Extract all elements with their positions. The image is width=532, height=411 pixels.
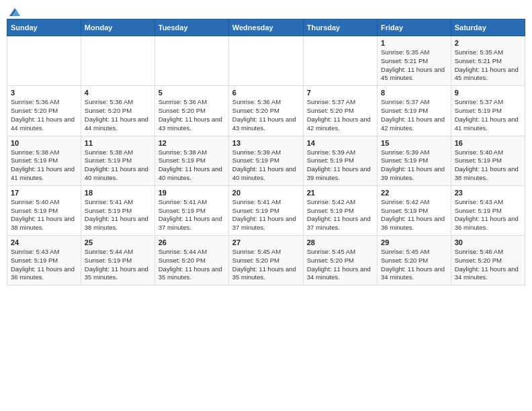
calendar-cell: 30Sunrise: 5:46 AM Sunset: 5:20 PM Dayli… — [451, 236, 525, 285]
day-info: Sunrise: 5:40 AM Sunset: 5:19 PM Dayligh… — [455, 148, 521, 183]
day-number: 21 — [307, 189, 373, 197]
day-number: 10 — [11, 139, 77, 147]
calendar-cell — [303, 36, 377, 86]
day-number: 17 — [11, 189, 77, 197]
day-info: Sunrise: 5:45 AM Sunset: 5:20 PM Dayligh… — [307, 248, 373, 282]
calendar-cell — [7, 36, 81, 86]
calendar-cell: 29Sunrise: 5:45 AM Sunset: 5:20 PM Dayli… — [378, 236, 451, 285]
day-number: 23 — [455, 189, 521, 197]
day-number: 13 — [232, 139, 300, 147]
day-info: Sunrise: 5:41 AM Sunset: 5:19 PM Dayligh… — [159, 198, 225, 232]
calendar-cell: 20Sunrise: 5:41 AM Sunset: 5:19 PM Dayli… — [228, 185, 303, 235]
calendar-cell: 27Sunrise: 5:45 AM Sunset: 5:20 PM Dayli… — [228, 236, 303, 285]
calendar-cell: 19Sunrise: 5:41 AM Sunset: 5:19 PM Dayli… — [154, 185, 228, 235]
day-number: 26 — [159, 238, 225, 246]
day-number: 4 — [85, 89, 151, 97]
day-info: Sunrise: 5:36 AM Sunset: 5:20 PM Dayligh… — [11, 98, 77, 132]
day-info: Sunrise: 5:36 AM Sunset: 5:20 PM Dayligh… — [232, 98, 300, 132]
calendar-week-row: 24Sunrise: 5:43 AM Sunset: 5:19 PM Dayli… — [7, 236, 525, 285]
day-info: Sunrise: 5:36 AM Sunset: 5:20 PM Dayligh… — [85, 98, 151, 132]
weekday-header-saturday: Saturday — [451, 19, 525, 36]
day-number: 20 — [232, 189, 300, 197]
calendar-cell: 3Sunrise: 5:36 AM Sunset: 5:20 PM Daylig… — [7, 86, 81, 136]
day-number: 14 — [307, 139, 373, 147]
calendar-cell: 22Sunrise: 5:42 AM Sunset: 5:19 PM Dayli… — [378, 185, 451, 235]
calendar-cell: 5Sunrise: 5:36 AM Sunset: 5:20 PM Daylig… — [154, 86, 228, 136]
calendar-week-row: 17Sunrise: 5:40 AM Sunset: 5:19 PM Dayli… — [7, 185, 525, 235]
day-number: 22 — [381, 189, 447, 197]
day-info: Sunrise: 5:40 AM Sunset: 5:19 PM Dayligh… — [11, 198, 77, 232]
day-number: 2 — [455, 39, 521, 47]
calendar-week-row: 3Sunrise: 5:36 AM Sunset: 5:20 PM Daylig… — [7, 86, 525, 136]
day-number: 7 — [307, 89, 373, 97]
calendar-cell: 2Sunrise: 5:35 AM Sunset: 5:21 PM Daylig… — [451, 36, 525, 86]
calendar-cell: 1Sunrise: 5:35 AM Sunset: 5:21 PM Daylig… — [378, 36, 451, 86]
weekday-header-thursday: Thursday — [303, 19, 377, 36]
day-number: 25 — [85, 238, 151, 246]
day-number: 8 — [381, 89, 447, 97]
calendar-cell — [228, 36, 303, 86]
day-info: Sunrise: 5:41 AM Sunset: 5:19 PM Dayligh… — [232, 198, 300, 232]
day-number: 27 — [232, 238, 300, 246]
day-info: Sunrise: 5:35 AM Sunset: 5:21 PM Dayligh… — [455, 48, 521, 83]
calendar-cell — [81, 36, 154, 86]
weekday-header-friday: Friday — [378, 19, 451, 36]
day-info: Sunrise: 5:45 AM Sunset: 5:20 PM Dayligh… — [232, 248, 300, 282]
day-number: 29 — [381, 238, 447, 246]
calendar-cell: 12Sunrise: 5:38 AM Sunset: 5:19 PM Dayli… — [154, 136, 228, 185]
logo-icon — [8, 7, 21, 17]
weekday-header-monday: Monday — [81, 19, 154, 36]
day-info: Sunrise: 5:39 AM Sunset: 5:19 PM Dayligh… — [232, 148, 300, 183]
calendar-header-row: SundayMondayTuesdayWednesdayThursdayFrid… — [7, 19, 525, 36]
calendar-week-row: 1Sunrise: 5:35 AM Sunset: 5:21 PM Daylig… — [7, 36, 525, 86]
calendar-cell: 17Sunrise: 5:40 AM Sunset: 5:19 PM Dayli… — [7, 185, 81, 235]
day-info: Sunrise: 5:38 AM Sunset: 5:19 PM Dayligh… — [11, 148, 77, 183]
calendar-cell: 9Sunrise: 5:37 AM Sunset: 5:19 PM Daylig… — [451, 86, 525, 136]
day-info: Sunrise: 5:43 AM Sunset: 5:19 PM Dayligh… — [455, 198, 521, 232]
day-info: Sunrise: 5:39 AM Sunset: 5:19 PM Dayligh… — [307, 148, 373, 183]
weekday-header-tuesday: Tuesday — [154, 19, 228, 36]
day-info: Sunrise: 5:36 AM Sunset: 5:20 PM Dayligh… — [159, 98, 225, 132]
day-info: Sunrise: 5:38 AM Sunset: 5:19 PM Dayligh… — [159, 148, 225, 183]
day-number: 3 — [11, 89, 77, 97]
day-info: Sunrise: 5:43 AM Sunset: 5:19 PM Dayligh… — [11, 248, 77, 282]
day-number: 30 — [455, 238, 521, 246]
day-number: 24 — [11, 238, 77, 246]
day-number: 9 — [455, 89, 521, 97]
calendar-cell: 15Sunrise: 5:39 AM Sunset: 5:19 PM Dayli… — [378, 136, 451, 185]
calendar-week-row: 10Sunrise: 5:38 AM Sunset: 5:19 PM Dayli… — [7, 136, 525, 185]
calendar-cell: 7Sunrise: 5:37 AM Sunset: 5:20 PM Daylig… — [303, 86, 377, 136]
day-info: Sunrise: 5:44 AM Sunset: 5:20 PM Dayligh… — [159, 248, 225, 282]
calendar-cell: 23Sunrise: 5:43 AM Sunset: 5:19 PM Dayli… — [451, 185, 525, 235]
day-info: Sunrise: 5:42 AM Sunset: 5:19 PM Dayligh… — [381, 198, 447, 232]
weekday-header-wednesday: Wednesday — [228, 19, 303, 36]
day-info: Sunrise: 5:37 AM Sunset: 5:19 PM Dayligh… — [455, 98, 521, 132]
day-number: 1 — [381, 39, 447, 47]
calendar-cell: 26Sunrise: 5:44 AM Sunset: 5:20 PM Dayli… — [154, 236, 228, 285]
day-number: 16 — [455, 139, 521, 147]
day-info: Sunrise: 5:37 AM Sunset: 5:19 PM Dayligh… — [381, 98, 447, 132]
day-number: 18 — [85, 189, 151, 197]
calendar-cell: 16Sunrise: 5:40 AM Sunset: 5:19 PM Dayli… — [451, 136, 525, 185]
calendar-cell: 13Sunrise: 5:39 AM Sunset: 5:19 PM Dayli… — [228, 136, 303, 185]
calendar-cell: 6Sunrise: 5:36 AM Sunset: 5:20 PM Daylig… — [228, 86, 303, 136]
calendar-cell: 21Sunrise: 5:42 AM Sunset: 5:19 PM Dayli… — [303, 185, 377, 235]
calendar-cell: 4Sunrise: 5:36 AM Sunset: 5:20 PM Daylig… — [81, 86, 154, 136]
day-info: Sunrise: 5:39 AM Sunset: 5:19 PM Dayligh… — [381, 148, 447, 183]
day-number: 6 — [232, 89, 300, 97]
calendar-cell: 24Sunrise: 5:43 AM Sunset: 5:19 PM Dayli… — [7, 236, 81, 285]
calendar-cell: 18Sunrise: 5:41 AM Sunset: 5:19 PM Dayli… — [81, 185, 154, 235]
day-info: Sunrise: 5:41 AM Sunset: 5:19 PM Dayligh… — [85, 198, 151, 232]
calendar-cell: 11Sunrise: 5:38 AM Sunset: 5:19 PM Dayli… — [81, 136, 154, 185]
day-number: 19 — [159, 189, 225, 197]
weekday-header-sunday: Sunday — [7, 19, 81, 36]
calendar-cell: 10Sunrise: 5:38 AM Sunset: 5:19 PM Dayli… — [7, 136, 81, 185]
day-info: Sunrise: 5:37 AM Sunset: 5:20 PM Dayligh… — [307, 98, 373, 132]
day-info: Sunrise: 5:45 AM Sunset: 5:20 PM Dayligh… — [381, 248, 447, 282]
day-number: 28 — [307, 238, 373, 246]
calendar-cell — [154, 36, 228, 86]
day-number: 15 — [381, 139, 447, 147]
day-info: Sunrise: 5:46 AM Sunset: 5:20 PM Dayligh… — [455, 248, 521, 282]
page-header — [7, 7, 525, 15]
calendar-cell: 14Sunrise: 5:39 AM Sunset: 5:19 PM Dayli… — [303, 136, 377, 185]
